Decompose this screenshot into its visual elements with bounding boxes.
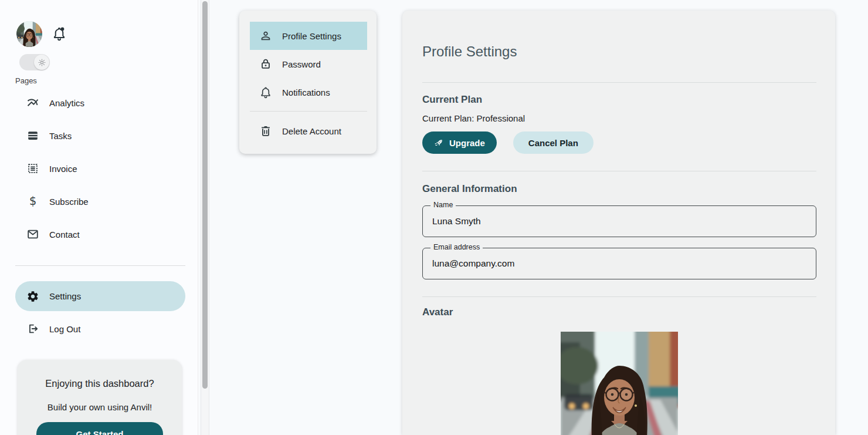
menu-item-delete-account[interactable]: Delete Account (250, 117, 367, 145)
general-information-heading: General Information (422, 183, 816, 195)
section-divider (422, 296, 816, 297)
scrollbar-thumb[interactable] (202, 1, 208, 389)
bell-icon (259, 86, 272, 99)
sidebar-item-settings[interactable]: Settings (15, 281, 185, 311)
plan-actions: Upgrade Cancel Plan (422, 131, 816, 154)
sidebar-item-label: Contact (49, 230, 80, 240)
menu-item-profile-settings[interactable]: Profile Settings (250, 22, 367, 50)
profile-settings-panel: Profile Settings Current Plan Current Pl… (402, 11, 835, 435)
get-started-button[interactable]: Get Started (36, 422, 163, 435)
avatar-photo (561, 332, 678, 435)
cancel-plan-button-label: Cancel Plan (528, 138, 578, 148)
current-plan-text: Current Plan: Professional (422, 113, 816, 124)
section-divider (422, 82, 816, 83)
sidebar-item-label: Subscribe (49, 197, 89, 207)
user-avatar[interactable] (16, 21, 42, 47)
person-icon (259, 29, 272, 42)
gear-icon (26, 290, 39, 303)
menu-item-label: Profile Settings (282, 31, 341, 41)
sidebar-item-label: Analytics (49, 98, 84, 108)
sidebar-item-invoice[interactable]: Invoice (0, 152, 198, 185)
menu-item-password[interactable]: Password (250, 50, 367, 78)
sidebar-divider (15, 265, 185, 266)
sidebar-item-label: Tasks (49, 131, 72, 141)
sidebar: Pages Analytics Tasks Invo (0, 0, 198, 435)
vertical-scrollbar[interactable] (201, 0, 209, 435)
sidebar-item-logout[interactable]: Log Out (0, 313, 198, 344)
invoice-receipt-icon (26, 162, 39, 175)
sidebar-item-label: Invoice (49, 164, 77, 174)
promo-card: Enjoying this dashboard? Build your own … (18, 360, 182, 435)
upgrade-button-label: Upgrade (449, 138, 485, 148)
menu-item-label: Notifications (282, 87, 330, 97)
pages-label: Pages (15, 76, 37, 85)
avatar-heading: Avatar (422, 306, 816, 318)
name-input[interactable] (423, 206, 816, 237)
menu-item-label: Delete Account (282, 126, 341, 136)
menu-divider (250, 111, 367, 112)
theme-toggle-knob (34, 55, 49, 70)
sidebar-nav: Analytics Tasks Invoice $ (0, 86, 198, 251)
page-title: Profile Settings (422, 43, 816, 60)
logout-icon (26, 322, 39, 335)
app-root: Pages Analytics Tasks Invo (0, 0, 868, 435)
tasks-rows-icon (26, 129, 39, 142)
dollar-icon: $ (26, 195, 39, 208)
user-avatar-image (16, 21, 42, 47)
cancel-plan-button[interactable]: Cancel Plan (513, 131, 594, 154)
email-field: Email address (422, 248, 816, 279)
settings-menu-card: Profile Settings Password Notifications (239, 11, 377, 154)
name-field: Name (422, 205, 816, 237)
promo-subtitle: Build your own using Anvil! (18, 402, 182, 412)
promo-title: Enjoying this dashboard? (18, 378, 182, 389)
sidebar-item-contact[interactable]: Contact (0, 218, 198, 251)
light-mode-sun-icon (38, 58, 46, 67)
mail-icon (26, 228, 39, 241)
svg-text:$: $ (29, 195, 36, 208)
lock-icon (259, 58, 272, 70)
notifications-bell-icon[interactable] (52, 26, 67, 41)
email-input[interactable] (423, 248, 816, 279)
menu-item-notifications[interactable]: Notifications (250, 78, 367, 106)
email-field-label: Email address (430, 243, 483, 251)
sidebar-item-analytics[interactable]: Analytics (0, 86, 198, 119)
name-field-label: Name (430, 201, 456, 209)
theme-toggle[interactable] (19, 54, 50, 70)
analytics-chart-icon (26, 96, 39, 109)
sidebar-item-label: Log Out (49, 324, 80, 334)
upgrade-button[interactable]: Upgrade (422, 131, 497, 154)
section-divider (422, 171, 816, 171)
trash-icon (259, 124, 272, 137)
sidebar-item-subscribe[interactable]: $ Subscribe (0, 185, 198, 218)
sidebar-item-tasks[interactable]: Tasks (0, 119, 198, 152)
rocket-icon (434, 138, 444, 148)
sidebar-item-label: Settings (49, 291, 81, 301)
current-plan-heading: Current Plan (422, 94, 816, 106)
menu-item-label: Password (282, 59, 321, 69)
